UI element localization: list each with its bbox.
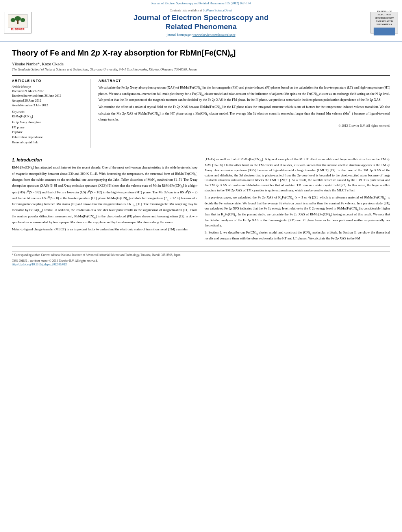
history-label: Article history:: [12, 85, 85, 89]
sciverse-link[interactable]: SciVerse ScienceDirect: [203, 9, 232, 12]
elsevier-wordmark: ELSEVIER: [11, 28, 25, 31]
intro-para-1: RbMn[Fe(CN)6] has attracted much interes…: [12, 165, 198, 225]
journal-header: Journal of Electron Spectroscopy and Rel…: [0, 0, 402, 42]
abstract-paragraph-2: We examine the effect of a uniaxial crys…: [98, 104, 390, 122]
svg-point-4: [20, 18, 25, 22]
journal-thumbnail: JOURNAL OF ELECTRON SPECTROSCOPY AND REL…: [371, 12, 398, 33]
journal-citation: Journal of Electron Spectroscopy and Rel…: [151, 2, 251, 5]
homepage-url[interactable]: www.elsevier.com/locate/elspec: [193, 33, 235, 37]
keywords-label: Keywords:: [12, 110, 85, 114]
main-content: Theory of Fe and Mn 2p X-ray absorption …: [0, 42, 402, 270]
journal-top-bar: Journal of Electron Spectroscopy and Rel…: [0, 0, 402, 6]
received-date: Received 21 March 2012 Received in revis…: [12, 89, 85, 108]
abstract-paragraph-1: We calculate the Fe 2p X-ray absorption …: [98, 85, 390, 102]
page-footer: * Corresponding author. Current address:…: [12, 251, 390, 266]
footer-doi: http://dx.doi.org/10.1016/j.elspec.2012.…: [12, 263, 390, 266]
journal-banner: ELSEVIER Contents lists available at Sci…: [0, 6, 402, 39]
abstract-section: ABSTRACT We calculate the Fe 2p X-ray ab…: [98, 79, 390, 147]
journal-homepage: journal homepage: www.elsevier.com/locat…: [35, 33, 367, 37]
body-left-column: 1. Introduction RbMn[Fe(CN)6] has attrac…: [12, 157, 198, 243]
svg-rect-2: [17, 20, 19, 24]
article-info-header: ARTICLE INFO: [12, 79, 85, 83]
footnote-star: * Corresponding author. Current address:…: [12, 253, 390, 257]
abstract-text: We calculate the Fe 2p X-ray absorption …: [98, 85, 390, 122]
article-info: ARTICLE INFO Article history: Received 2…: [12, 79, 91, 147]
section1-title: 1. Introduction: [12, 157, 198, 163]
footer-issn: 0368-2048/$ – see front matter © 2012 El…: [12, 259, 390, 263]
copyright: © 2012 Elsevier B.V. All rights reserved…: [98, 124, 390, 128]
journal-title-block: Contents lists available at SciVerse Sci…: [35, 9, 367, 37]
doi-link[interactable]: http://dx.doi.org/10.1016/j.elspec.2012.…: [12, 263, 67, 266]
body-right-column: [13–15] as well as that of RbMn[Fe(CN)6]…: [205, 157, 391, 243]
affiliation: The Graduate School of Natural Science a…: [12, 67, 390, 71]
journal-main-title: Journal of Electron Spectroscopy and Rel…: [35, 13, 367, 32]
keywords-group: Keywords: RbMn[Fe(CN)6] Fe 2p X-ray abso…: [12, 110, 85, 145]
right-para-2: In a previous paper, we calculated the F…: [205, 195, 391, 228]
footer-divider: [12, 246, 390, 247]
contents-line: Contents lists available at SciVerse Sci…: [35, 9, 367, 12]
article-title: Theory of Fe and Mn 2p X-ray absorption …: [12, 48, 390, 59]
svg-point-3: [11, 18, 15, 22]
article-history: Article history: Received 21 March 2012 …: [12, 85, 85, 108]
abstract-header: ABSTRACT: [98, 79, 390, 83]
keywords-list: RbMn[Fe(CN)6] Fe 2p X-ray absorption FM …: [12, 114, 85, 145]
right-para-1: [13–15] as well as that of RbMn[Fe(CN)6]…: [205, 157, 391, 193]
article-meta: ARTICLE INFO Article history: Received 2…: [12, 75, 390, 151]
body-columns: 1. Introduction RbMn[Fe(CN)6] has attrac…: [12, 157, 390, 243]
intro-para-2: Metal-to-ligand charge transfer (MLCT) i…: [12, 227, 198, 232]
authors: Yūsuke Nanba*, Kozo Okada: [12, 61, 390, 66]
right-para-3: In Section 2, we describe our Fe(CN)6 cl…: [205, 230, 391, 241]
elsevier-logo: ELSEVIER: [4, 12, 31, 33]
